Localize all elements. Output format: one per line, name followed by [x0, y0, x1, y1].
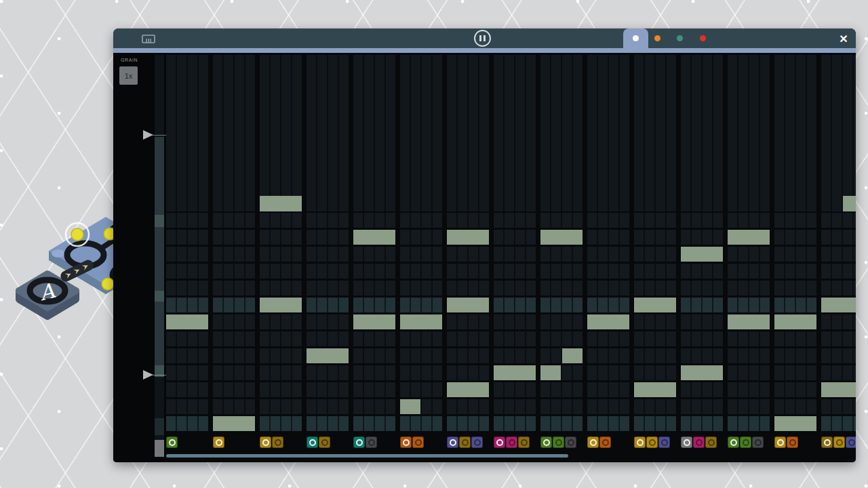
grid-group[interactable] [353, 247, 395, 262]
grid-group[interactable] [307, 382, 349, 397]
grid-group[interactable] [728, 213, 770, 228]
grid-group[interactable] [728, 382, 770, 397]
grid-group[interactable] [400, 331, 442, 346]
grid-group[interactable] [213, 399, 255, 414]
grid-group[interactable] [587, 399, 629, 414]
grid-group[interactable] [494, 399, 536, 414]
instrument-token[interactable] [752, 436, 764, 448]
grid-group[interactable] [540, 281, 583, 296]
grain-zoom-button[interactable]: 1x [119, 66, 138, 85]
note-cell[interactable] [562, 348, 583, 363]
grid-group[interactable] [213, 230, 255, 245]
grid-group[interactable] [260, 348, 302, 363]
note-grid[interactable] [166, 55, 856, 434]
grid-group[interactable] [260, 399, 302, 414]
grid-group[interactable] [166, 416, 208, 431]
grid-group[interactable] [821, 213, 856, 228]
grid-group[interactable] [400, 247, 442, 262]
grid-group[interactable] [494, 230, 536, 245]
grid-group[interactable] [774, 331, 816, 346]
instrument-token[interactable] [506, 436, 517, 448]
grid-group[interactable] [494, 55, 536, 211]
grid-group[interactable] [821, 247, 856, 262]
grid-group[interactable] [681, 281, 723, 296]
grid-group[interactable] [400, 348, 442, 363]
instrument-token[interactable] [565, 436, 576, 448]
instrument-token[interactable] [166, 436, 178, 448]
note-cell[interactable] [634, 382, 676, 397]
note-cell[interactable] [494, 365, 536, 380]
grid-row[interactable] [166, 348, 856, 363]
grid-group[interactable] [540, 382, 583, 397]
grid-group[interactable] [260, 264, 302, 279]
grid-group[interactable] [353, 416, 395, 431]
instrument-token[interactable] [833, 436, 845, 448]
grid-group[interactable] [166, 399, 208, 414]
grid-group[interactable] [260, 213, 302, 228]
grid-group[interactable] [447, 399, 489, 414]
grid-group[interactable] [260, 416, 302, 431]
grid-group[interactable] [400, 365, 442, 380]
grid-group[interactable] [494, 348, 536, 363]
grid-group[interactable] [821, 348, 856, 363]
note-cell[interactable] [260, 196, 302, 211]
piano-roll-icon[interactable] [142, 33, 155, 44]
grid-group[interactable] [587, 365, 629, 380]
grid-group[interactable] [728, 331, 770, 346]
grid-group[interactable] [447, 264, 489, 279]
instrument-token[interactable] [846, 436, 856, 448]
grid-tall-band[interactable] [166, 55, 856, 211]
instrument-token[interactable] [518, 436, 530, 448]
grid-group[interactable] [774, 230, 816, 245]
instrument-token[interactable] [599, 436, 611, 448]
grid-group[interactable] [260, 247, 302, 262]
instrument-token[interactable] [459, 436, 471, 448]
grid-row[interactable] [166, 213, 856, 228]
note-cell[interactable] [400, 314, 442, 329]
grid-group[interactable] [774, 298, 816, 312]
grid-group[interactable] [213, 348, 255, 363]
grid-group[interactable] [400, 230, 442, 245]
grid-group[interactable] [447, 348, 489, 363]
grid-group[interactable] [447, 416, 489, 431]
grid-group[interactable] [307, 399, 349, 414]
note-cell[interactable] [540, 230, 583, 245]
grid-group[interactable] [728, 365, 770, 380]
grid-group[interactable] [634, 247, 676, 262]
grid-group[interactable] [447, 314, 489, 329]
grid-group[interactable] [821, 264, 856, 279]
grid-row[interactable] [166, 247, 856, 262]
grid-row[interactable] [166, 281, 856, 296]
instrument-token[interactable] [540, 436, 552, 448]
grid-group[interactable] [400, 281, 442, 296]
instrument-token[interactable] [705, 436, 717, 448]
grid-group[interactable] [634, 348, 676, 363]
grid-group[interactable] [447, 365, 489, 380]
grid-group[interactable] [447, 281, 489, 296]
grid-group[interactable] [353, 298, 395, 312]
instrument-token[interactable] [646, 436, 658, 448]
instrument-token[interactable] [740, 436, 751, 448]
marble[interactable] [71, 228, 83, 241]
grid-group[interactable] [213, 365, 255, 380]
grid-group[interactable] [213, 331, 255, 346]
note-cell[interactable] [681, 247, 723, 262]
grid-group[interactable] [166, 247, 208, 262]
instrument-token[interactable] [260, 436, 271, 448]
grid-group[interactable] [213, 298, 255, 312]
grid-group[interactable] [166, 281, 208, 296]
grid-group[interactable] [540, 331, 583, 346]
instrument-token[interactable] [494, 436, 505, 448]
grid-group[interactable] [728, 348, 770, 363]
grid-group[interactable] [540, 399, 583, 414]
grid-group[interactable] [681, 230, 723, 245]
grid-group[interactable] [681, 55, 723, 211]
grid-group[interactable] [166, 264, 208, 279]
grid-group[interactable] [447, 247, 489, 262]
range-handle-top[interactable] [143, 130, 153, 140]
grid-group[interactable] [774, 399, 816, 414]
instrument-token[interactable] [821, 436, 833, 448]
instrument-token[interactable] [213, 436, 224, 448]
instrument-token[interactable] [587, 436, 599, 448]
grid-group[interactable] [728, 416, 770, 431]
